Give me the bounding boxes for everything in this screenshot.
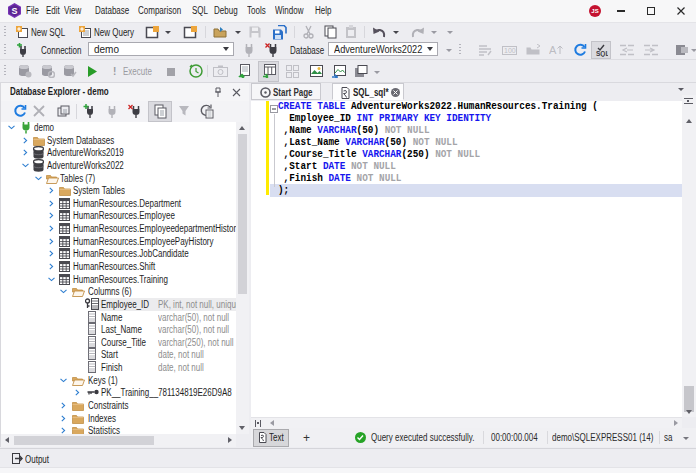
svg-text:A: A	[549, 44, 557, 56]
svg-text:SQL: SQL	[596, 50, 608, 57]
svg-text:100: 100	[504, 47, 516, 54]
svg-text:S: S	[11, 6, 17, 16]
